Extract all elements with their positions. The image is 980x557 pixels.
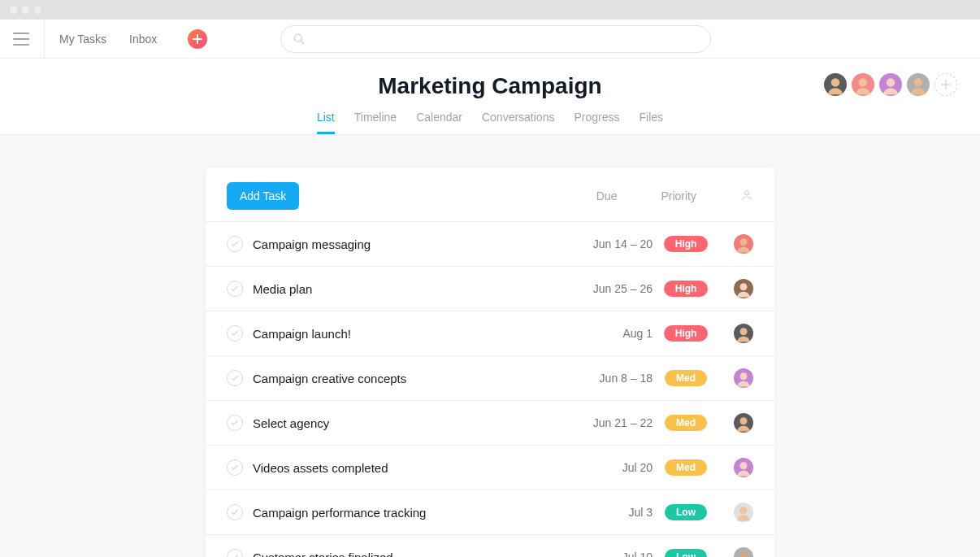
window-dot (22, 7, 29, 14)
window-chrome (0, 0, 980, 20)
assignee-avatar (734, 503, 753, 522)
quick-add-button[interactable] (188, 29, 207, 49)
add-member-button[interactable] (934, 73, 957, 96)
window-dot (10, 7, 17, 14)
task-due-date: Aug 1 (571, 327, 653, 340)
tab-calendar[interactable]: Calendar (416, 111, 462, 134)
assignee-avatar (734, 234, 753, 254)
complete-task-button[interactable] (227, 459, 243, 476)
nav-my-tasks[interactable]: My Tasks (59, 33, 106, 46)
svg-line-1 (301, 41, 303, 43)
complete-task-button[interactable] (227, 370, 243, 386)
task-assignee[interactable] (719, 547, 753, 557)
svg-point-10 (744, 190, 748, 194)
task-row[interactable]: Select agency Jun 21 – 22 Med (206, 401, 774, 446)
task-row[interactable]: Videos assets completed Jul 20 Med (206, 446, 774, 490)
top-nav: My Tasks Inbox (0, 20, 980, 59)
task-row[interactable]: Media plan Jun 25 – 26 High (206, 267, 774, 311)
complete-task-button[interactable] (227, 236, 243, 252)
svg-point-20 (740, 417, 748, 424)
task-name: Customer stories finalized (253, 550, 571, 558)
tab-timeline[interactable]: Timeline (354, 111, 397, 134)
priority-badge: Low (665, 549, 707, 557)
plus-icon (193, 34, 202, 44)
assignee-avatar (734, 279, 753, 298)
complete-task-button[interactable] (227, 325, 243, 342)
task-priority: Med (653, 459, 719, 476)
svg-point-7 (887, 78, 895, 87)
complete-task-button[interactable] (227, 281, 243, 297)
task-assignee[interactable] (719, 324, 753, 343)
priority-column-header: Priority (661, 189, 696, 202)
task-due-date: Jul 3 (571, 506, 653, 519)
member-avatar[interactable] (824, 73, 847, 96)
task-name: Campaign launch! (253, 327, 571, 341)
tab-list[interactable]: List (317, 111, 335, 134)
task-row[interactable]: Campaign creative concepts Jun 8 – 18 Me… (206, 356, 774, 401)
task-assignee[interactable] (719, 503, 753, 522)
task-name: Videos assets completed (253, 461, 571, 475)
task-row[interactable]: Campaign launch! Aug 1 High (206, 311, 774, 356)
task-due-date: Jun 8 – 18 (571, 372, 653, 385)
task-row[interactable]: Campaign performance tracking Jul 3 Low (206, 490, 774, 535)
task-assignee[interactable] (719, 234, 753, 254)
check-icon (231, 419, 239, 427)
project-members (824, 73, 957, 96)
task-row[interactable]: Campaign messaging Jun 14 – 20 High (206, 222, 774, 267)
task-priority: High (653, 236, 719, 252)
task-list-card: Add Task Due Priority Campaign messaging… (206, 168, 774, 557)
priority-badge: High (664, 281, 709, 297)
task-due-date: Jun 25 – 26 (571, 282, 653, 295)
member-avatar[interactable] (907, 73, 930, 96)
task-assignee[interactable] (719, 458, 753, 477)
project-header: Marketing Campaign ListTimelineCalendarC… (0, 59, 980, 135)
svg-point-12 (740, 238, 748, 246)
svg-point-3 (831, 78, 840, 87)
due-column-header: Due (596, 189, 618, 202)
assignee-avatar (734, 324, 753, 343)
task-due-date: Jul 10 (571, 550, 653, 557)
task-due-date: Jul 20 (571, 461, 653, 474)
menu-icon[interactable] (13, 33, 29, 46)
assignee-avatar (734, 368, 753, 388)
task-assignee[interactable] (719, 279, 753, 298)
task-assignee[interactable] (719, 368, 753, 388)
svg-point-16 (740, 328, 748, 335)
check-icon (231, 240, 239, 248)
check-icon (231, 374, 239, 382)
complete-task-button[interactable] (227, 504, 243, 520)
task-name: Campaign creative concepts (253, 372, 571, 385)
complete-task-button[interactable] (227, 549, 243, 557)
task-name: Campaign performance tracking (253, 506, 571, 520)
member-avatar[interactable] (879, 73, 902, 96)
svg-point-22 (740, 462, 748, 469)
task-row[interactable]: Customer stories finalized Jul 10 Low (206, 535, 774, 557)
nav-inbox[interactable]: Inbox (129, 33, 157, 46)
task-name: Media plan (253, 282, 571, 296)
priority-badge: Med (665, 370, 707, 386)
assignee-avatar (734, 547, 753, 557)
search-field[interactable] (280, 25, 711, 53)
task-priority: High (653, 281, 719, 297)
divider (44, 20, 45, 59)
task-priority: Low (653, 504, 719, 520)
task-due-date: Jun 14 – 20 (571, 237, 653, 250)
assignee-avatar (734, 458, 753, 477)
add-task-button[interactable]: Add Task (227, 182, 299, 210)
window-dot (34, 7, 41, 14)
search-input[interactable] (314, 26, 699, 52)
complete-task-button[interactable] (227, 415, 243, 431)
svg-point-24 (740, 507, 748, 514)
check-icon (231, 553, 239, 557)
tab-files[interactable]: Files (639, 111, 663, 134)
task-assignee[interactable] (719, 413, 753, 433)
check-icon (231, 463, 239, 472)
plus-icon (941, 80, 951, 89)
member-avatar[interactable] (852, 73, 874, 96)
task-name: Campaign messaging (253, 237, 571, 251)
tab-progress[interactable]: Progress (574, 111, 619, 134)
task-name: Select agency (253, 416, 571, 430)
task-priority: Med (653, 415, 719, 431)
check-icon (231, 285, 239, 293)
tab-conversations[interactable]: Conversations (482, 111, 555, 134)
